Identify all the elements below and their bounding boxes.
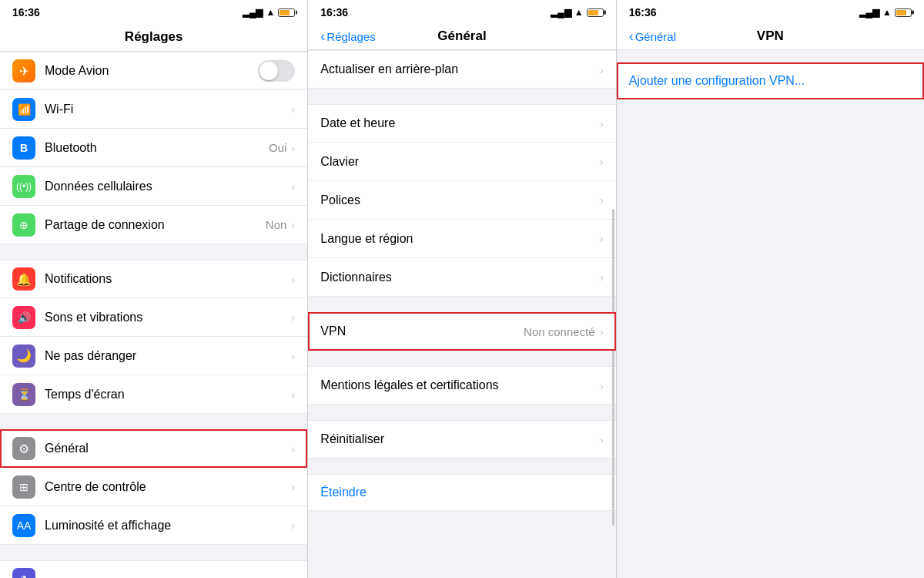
back-chevron-2: ‹ xyxy=(320,29,325,43)
datetime-label: Date et heure xyxy=(320,116,599,130)
scrollbar[interactable] xyxy=(612,209,614,526)
notifications-label: Notifications xyxy=(45,272,291,286)
bluetooth-icon: B xyxy=(12,136,35,160)
panel-vpn: 16:36 ▂▄▆ ▲ ‹ Général VPN Ajouter une co… xyxy=(617,0,924,578)
wifi-status-icon-3: ▲ xyxy=(882,7,892,18)
row-sounds[interactable]: 🔊 Sons et vibrations › xyxy=(0,298,307,337)
controlcenter-chevron: › xyxy=(291,480,295,493)
reset-label: Réinitialiser xyxy=(320,432,599,446)
spacer-3 xyxy=(0,545,307,560)
signal-icon-3: ▂▄▆ xyxy=(859,7,880,18)
screentime-chevron: › xyxy=(291,388,295,401)
row-fonts[interactable]: Polices › xyxy=(308,181,615,220)
gen-spacer-2 xyxy=(308,297,615,312)
avion-toggle[interactable] xyxy=(258,60,295,82)
settings-group-2: 🔔 Notifications › 🔊 Sons et vibrations ›… xyxy=(0,260,307,414)
dnd-icon: 🌙 xyxy=(12,344,35,368)
gen-spacer-5 xyxy=(308,459,615,474)
eteindre-link[interactable]: Éteindre xyxy=(308,474,615,511)
settings-list-1[interactable]: ✈ Mode Avion 📶 Wi-Fi › B Bluetooth Oui ›… xyxy=(0,52,307,578)
signal-icon-2: ▂▄▆ xyxy=(551,7,571,18)
dnd-chevron: › xyxy=(291,349,295,362)
sounds-chevron: › xyxy=(291,311,295,324)
row-dictionary[interactable]: Dictionnaires › xyxy=(308,258,615,297)
extra-chevron: › xyxy=(291,573,295,579)
datetime-chevron: › xyxy=(600,117,604,130)
row-notifications[interactable]: 🔔 Notifications › xyxy=(0,260,307,298)
nav-bar-2: ‹ Réglages Général xyxy=(308,23,615,50)
row-language[interactable]: Langue et région › xyxy=(308,220,615,258)
row-display[interactable]: AA Luminosité et affichage › xyxy=(0,506,307,545)
legal-chevron: › xyxy=(600,379,604,392)
row-vpn[interactable]: VPN Non connecté › xyxy=(308,312,615,351)
row-background[interactable]: Actualiser en arrière-plan › xyxy=(308,50,615,89)
panel-reglages: 16:36 ▂▄▆ ▲ Réglages ✈ Mode Avion 📶 Wi-F… xyxy=(0,0,308,578)
avion-label: Mode Avion xyxy=(45,64,258,78)
row-legal[interactable]: Mentions légales et certifications › xyxy=(308,366,615,405)
settings-group-1: ✈ Mode Avion 📶 Wi-Fi › B Bluetooth Oui ›… xyxy=(0,52,307,244)
nav-bar-1: Réglages xyxy=(0,23,307,52)
row-avion[interactable]: ✈ Mode Avion xyxy=(0,52,307,90)
dictionary-chevron: › xyxy=(600,271,604,284)
dnd-label: Ne pas déranger xyxy=(45,349,291,363)
fonts-label: Polices xyxy=(320,193,599,207)
battery-fill-2 xyxy=(588,10,598,15)
back-button-2[interactable]: ‹ Réglages xyxy=(320,29,375,43)
keyboard-label: Clavier xyxy=(320,155,599,169)
settings-list-3: Ajouter une configuration VPN... xyxy=(617,50,924,578)
spacer-2 xyxy=(0,414,307,429)
status-time-1: 16:36 xyxy=(12,6,40,18)
battery-icon-2 xyxy=(587,8,604,17)
keyboard-chevron: › xyxy=(600,155,604,168)
row-controlcenter[interactable]: ⊞ Centre de contrôle › xyxy=(0,468,307,506)
nav-bar-3: ‹ Général VPN xyxy=(617,23,924,50)
settings-list-2[interactable]: Actualiser en arrière-plan › Date et heu… xyxy=(308,50,615,578)
reset-chevron: › xyxy=(600,433,604,446)
wifi-status-icon-1: ▲ xyxy=(266,7,275,18)
back-chevron-3: ‹ xyxy=(629,29,634,43)
status-icons-2: ▂▄▆ ▲ xyxy=(551,7,603,18)
row-hotspot[interactable]: ⊕ Partage de connexion Non › xyxy=(0,206,307,244)
dictionary-label: Dictionnaires xyxy=(320,271,599,284)
bluetooth-label: Bluetooth xyxy=(45,141,269,155)
signal-icon-1: ▂▄▆ xyxy=(243,7,263,18)
back-button-3[interactable]: ‹ Général xyxy=(629,29,676,43)
sounds-icon: 🔊 xyxy=(12,306,35,329)
row-extra[interactable]: ⁋ › xyxy=(0,560,307,578)
row-bluetooth[interactable]: B Bluetooth Oui › xyxy=(0,129,307,167)
row-keyboard[interactable]: Clavier › xyxy=(308,143,615,181)
add-vpn-button[interactable]: Ajouter une configuration VPN... xyxy=(617,62,924,99)
spacer-1 xyxy=(0,244,307,260)
fonts-chevron: › xyxy=(600,193,604,207)
general-chevron: › xyxy=(291,442,295,455)
battery-fill-1 xyxy=(280,10,290,15)
page-title-1: Réglages xyxy=(125,29,183,44)
status-bar-3: 16:36 ▂▄▆ ▲ xyxy=(617,0,924,23)
cellular-chevron: › xyxy=(291,180,295,193)
battery-icon-1 xyxy=(278,8,295,17)
row-general[interactable]: ⚙ Général › xyxy=(0,429,307,468)
battery-fill-3 xyxy=(896,10,906,15)
general-group-eteindre: Éteindre xyxy=(308,474,615,511)
screentime-label: Temps d'écran xyxy=(45,388,291,402)
general-group-1: Actualiser en arrière-plan › xyxy=(308,50,615,89)
sounds-label: Sons et vibrations xyxy=(45,311,291,324)
row-wifi[interactable]: 📶 Wi-Fi › xyxy=(0,90,307,129)
gen-spacer-3 xyxy=(308,351,615,366)
row-cellular[interactable]: ((•)) Données cellulaires › xyxy=(0,167,307,206)
page-title-3: VPN xyxy=(757,29,784,44)
display-icon: AA xyxy=(12,514,35,537)
wifi-label: Wi-Fi xyxy=(45,102,291,116)
wifi-status-icon-2: ▲ xyxy=(574,7,584,18)
language-label: Langue et région xyxy=(320,232,599,246)
row-screentime[interactable]: ⏳ Temps d'écran › xyxy=(0,375,307,414)
general-group-reset: Réinitialiser › xyxy=(308,420,615,459)
panel-general: 16:36 ▂▄▆ ▲ ‹ Réglages Général Actualise… xyxy=(308,0,616,578)
settings-group-3: ⚙ Général › ⊞ Centre de contrôle › AA Lu… xyxy=(0,429,307,545)
row-datetime[interactable]: Date et heure › xyxy=(308,104,615,143)
vpn-value: Non connecté xyxy=(524,325,595,338)
row-reset[interactable]: Réinitialiser › xyxy=(308,420,615,459)
status-time-3: 16:36 xyxy=(629,6,657,18)
language-chevron: › xyxy=(600,232,604,245)
row-dnd[interactable]: 🌙 Ne pas déranger › xyxy=(0,337,307,375)
